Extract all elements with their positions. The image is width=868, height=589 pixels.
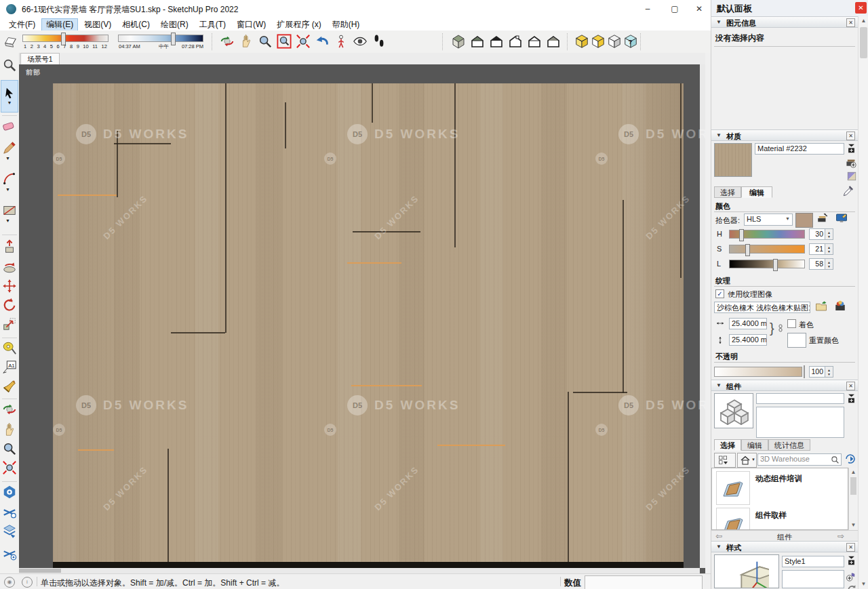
tool-zoom-window[interactable]: [275, 33, 293, 50]
tool-default-style[interactable]: ?: [622, 33, 639, 50]
chain-link-icon[interactable]: [776, 322, 785, 334]
scroll-down-icon[interactable]: ▼: [859, 580, 868, 589]
tool-extension-layers[interactable]: [1, 523, 18, 540]
tool-rectangle-dropdown-icon[interactable]: ▼: [5, 218, 10, 223]
tool-arc[interactable]: [1, 171, 18, 187]
shadow-month-slider[interactable]: 123456789101112: [22, 33, 108, 51]
tool-walk[interactable]: [370, 33, 388, 50]
menu-编辑(E)[interactable]: 编辑(E): [41, 18, 78, 31]
measurements-input[interactable]: [585, 575, 703, 589]
style-name-field[interactable]: Style1: [782, 556, 844, 567]
menu-视图(V)[interactable]: 视图(V): [79, 18, 116, 31]
canvas-vertical-scrollbar[interactable]: [700, 64, 705, 568]
tool-shaded-with-textures[interactable]: [589, 33, 607, 50]
create-material-icon[interactable]: [846, 157, 857, 169]
secondary-pane-icon[interactable]: [846, 392, 856, 405]
collections-home-button[interactable]: ▼: [737, 453, 757, 468]
style-description-field[interactable]: [782, 570, 844, 588]
tool-monochrome[interactable]: [606, 33, 623, 50]
secondary-pane-icon[interactable]: [846, 554, 856, 567]
tool-select[interactable]: ▼: [1, 80, 18, 113]
components-close-icon[interactable]: ✕: [846, 382, 855, 390]
menu-帮助(H)[interactable]: 帮助(H): [328, 18, 365, 31]
browse-texture-icon[interactable]: [814, 300, 828, 312]
tool-follow-me[interactable]: [1, 259, 18, 275]
tool-tape-measure[interactable]: [1, 340, 18, 357]
tool-zoom[interactable]: [1, 57, 18, 73]
collapse-triangle-icon[interactable]: ▼: [716, 382, 722, 388]
maximize-button[interactable]: ▢: [663, 0, 686, 18]
scroll-up-icon[interactable]: ▲: [859, 16, 868, 26]
view-options-icon[interactable]: [844, 453, 856, 465]
slider-track-S[interactable]: [729, 245, 805, 253]
styles-header[interactable]: ▼ 样式 ✕: [711, 541, 858, 552]
tool-paint-bucket[interactable]: [1, 378, 18, 394]
tool-rectangle[interactable]: [1, 202, 18, 218]
tool-push-pull[interactable]: [1, 239, 18, 255]
shadow-dialog-button[interactable]: [1, 33, 19, 50]
menu-窗口(W)[interactable]: 窗口(W): [232, 18, 271, 31]
collapse-triangle-icon[interactable]: ▼: [716, 19, 722, 25]
refresh-style-icon[interactable]: [846, 584, 857, 589]
tool-back[interactable]: [469, 33, 486, 50]
style-preview[interactable]: [714, 554, 779, 588]
tool-extension-settings[interactable]: [1, 546, 18, 563]
material-preview[interactable]: [714, 143, 752, 177]
component-name-field[interactable]: [756, 393, 844, 404]
tool-look-around[interactable]: [351, 33, 369, 50]
tool-zoom[interactable]: [1, 441, 18, 457]
styles-close-icon[interactable]: ✕: [846, 543, 855, 552]
tool-move[interactable]: [1, 278, 18, 294]
slider-handle-L[interactable]: [773, 259, 778, 271]
slider-handle-H[interactable]: [739, 229, 744, 241]
nav-forward-icon[interactable]: ⇨: [837, 531, 844, 541]
edit-texture-icon[interactable]: [833, 300, 847, 312]
tool-front[interactable]: [488, 33, 505, 50]
texture-file-field[interactable]: 沙棕色橡木 浅棕色橡木贴图1: [714, 302, 810, 313]
use-texture-checkbox[interactable]: ✓: [715, 289, 724, 298]
tool-previous-view[interactable]: [313, 33, 331, 50]
texture-width-field[interactable]: 25.4000 m: [729, 318, 767, 329]
materials-tab-edit[interactable]: 编辑: [741, 186, 772, 198]
tool-extension-solid-tools[interactable]: [1, 484, 18, 500]
slider-spinner-L[interactable]: 58▲▼: [809, 258, 833, 270]
tool-x-ray[interactable]: [573, 33, 591, 50]
tool-text[interactable]: A1: [1, 359, 18, 375]
menu-相机(C)[interactable]: 相机(C): [117, 18, 155, 31]
scroll-thumb[interactable]: [860, 27, 867, 58]
model-canvas[interactable]: 前部 D5D5 WORKSD5D5 WORKSD5D5 WORKSD5D5 WO…: [19, 64, 705, 573]
tool-scale[interactable]: [1, 316, 18, 332]
opacity-slider-handle[interactable]: [804, 365, 805, 378]
material-name-field[interactable]: Material #2232: [755, 143, 844, 155]
menu-工具(T)[interactable]: 工具(T): [195, 18, 231, 31]
minimize-button[interactable]: –: [636, 0, 659, 18]
panel-scrollbar[interactable]: ▲ ▼: [858, 16, 868, 589]
slider-track-H[interactable]: [729, 230, 805, 239]
tool-line-dropdown-icon[interactable]: ▼: [5, 156, 10, 161]
collapse-triangle-icon[interactable]: ▼: [716, 544, 722, 550]
shadow-time-slider[interactable]: 04:37 AM 中午 07:28 PM: [118, 33, 203, 51]
texture-height-field[interactable]: 25.4000 m: [729, 334, 767, 346]
scene-tab-1[interactable]: 场景号1: [20, 53, 60, 64]
canvas-horizontal-scrollbar[interactable]: [19, 568, 700, 573]
materials-tab-select[interactable]: 选择: [714, 186, 741, 198]
tool-pan[interactable]: [237, 33, 255, 50]
tool-zoom[interactable]: [256, 33, 274, 50]
match-object-color-icon[interactable]: [816, 212, 829, 224]
components-list-scrollbar[interactable]: ▲ ▼: [848, 468, 858, 530]
eyedropper-icon[interactable]: [843, 185, 854, 197]
tool-pan[interactable]: [1, 422, 18, 438]
picker-dropdown[interactable]: HLS ▼: [744, 214, 793, 226]
create-style-icon[interactable]: [846, 571, 857, 584]
panel-close-button[interactable]: ✕: [855, 2, 867, 14]
tool-extension-section[interactable]: [1, 504, 18, 521]
materials-close-icon[interactable]: ✕: [846, 131, 855, 140]
credits-icon[interactable]: i: [22, 577, 33, 588]
match-screen-color-icon[interactable]: [835, 212, 848, 224]
entity-info-header[interactable]: ▼ 图元信息 ✕: [711, 16, 858, 28]
component-list-item[interactable]: 动态组件培训: [712, 471, 848, 506]
components-tab-edit[interactable]: 编辑: [741, 439, 768, 451]
component-preview[interactable]: [714, 393, 753, 428]
opacity-spinner[interactable]: 100 ▲▼: [809, 366, 833, 378]
tool-left[interactable]: [526, 33, 543, 50]
